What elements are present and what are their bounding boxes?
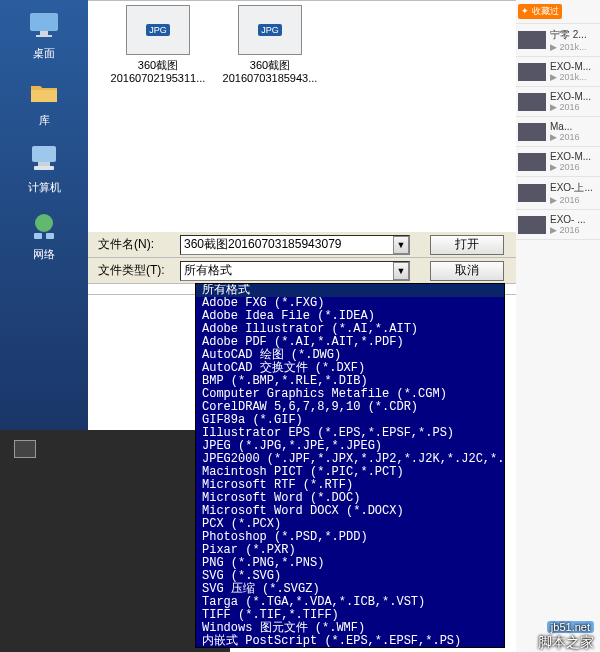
- cancel-button[interactable]: 取消: [430, 261, 504, 281]
- taskbar-app-icon[interactable]: [14, 440, 36, 458]
- svg-point-6: [35, 214, 53, 232]
- feed-item[interactable]: EXO-M...▶ 201k...: [516, 57, 600, 87]
- chevron-down-icon[interactable]: ▼: [393, 236, 409, 254]
- files-area: JPG 360截图 20160702195311... JPG 360截图 20…: [88, 1, 561, 93]
- place-computer[interactable]: 计算机: [0, 136, 88, 203]
- network-icon: [27, 209, 61, 243]
- places-sidebar: 桌面 库 计算机 网络: [0, 0, 88, 430]
- feed-thumb: [518, 31, 546, 49]
- place-library[interactable]: 库: [0, 69, 88, 136]
- feed-title: 宁零 2...: [550, 28, 587, 42]
- place-network[interactable]: 网络: [0, 203, 88, 270]
- feed-item[interactable]: ✦ 收藏过: [516, 0, 600, 24]
- feed-item[interactable]: EXO-M...▶ 2016: [516, 87, 600, 117]
- feed-title: EXO-上...: [550, 181, 593, 195]
- feed-thumb: [518, 63, 546, 81]
- filetype-select[interactable]: [180, 261, 410, 281]
- place-label: 计算机: [28, 180, 61, 195]
- watermark: jb51.net 脚本之家: [538, 619, 594, 650]
- feed-thumb: [518, 153, 546, 171]
- feed-meta: ▶ 2016: [550, 225, 586, 235]
- filename-input[interactable]: [180, 235, 410, 255]
- feed-item[interactable]: EXO-上...▶ 2016: [516, 177, 600, 210]
- place-label: 桌面: [33, 46, 55, 61]
- feed-meta: ▶ 201k...: [550, 72, 591, 82]
- feed-thumb: [518, 123, 546, 141]
- svg-rect-2: [36, 35, 52, 37]
- file-thumb-jpg: JPG: [238, 5, 302, 55]
- feed-item[interactable]: EXO- ...▶ 2016: [516, 210, 600, 240]
- side-feed: ✦ 收藏过宁零 2...▶ 201k...EXO-M...▶ 201k...EX…: [516, 0, 600, 652]
- feed-item[interactable]: Ma...▶ 2016: [516, 117, 600, 147]
- file-name-line1: 360截图: [220, 59, 320, 72]
- svg-rect-4: [38, 162, 50, 166]
- place-label: 库: [39, 113, 50, 128]
- feed-meta: ▶ 2016: [550, 195, 593, 205]
- feed-title: EXO-M...: [550, 151, 591, 162]
- feed-badge: ✦ 收藏过: [518, 4, 562, 19]
- feed-meta: ▶ 2016: [550, 132, 580, 142]
- feed-title: EXO-M...: [550, 61, 591, 72]
- svg-rect-1: [40, 31, 48, 35]
- watermark-text: 脚本之家: [538, 634, 594, 650]
- open-button[interactable]: 打开: [430, 235, 504, 255]
- filetype-row: 文件类型(T): ▼ 取消: [88, 258, 562, 284]
- feed-meta: ▶ 2016: [550, 162, 591, 172]
- feed-item[interactable]: 宁零 2...▶ 201k...: [516, 24, 600, 57]
- filename-label: 文件名(N):: [98, 236, 180, 253]
- place-desktop[interactable]: 桌面: [0, 2, 88, 69]
- computer-icon: [27, 142, 61, 176]
- svg-rect-0: [30, 13, 58, 31]
- file-item[interactable]: JPG 360截图 20160702195311...: [108, 5, 208, 85]
- jpg-badge: JPG: [146, 24, 170, 36]
- feed-thumb: [518, 184, 546, 202]
- file-thumb-jpg: JPG: [126, 5, 190, 55]
- svg-rect-7: [34, 233, 42, 239]
- file-name-line2: 20160702195311...: [108, 72, 208, 85]
- filetype-dropdown[interactable]: 所有格式Adobe FXG (*.FXG)Adobe Idea File (*.…: [195, 283, 505, 648]
- filetype-label: 文件类型(T):: [98, 262, 180, 279]
- svg-rect-5: [34, 166, 54, 170]
- feed-meta: ▶ 201k...: [550, 42, 587, 52]
- library-icon: [27, 75, 61, 109]
- place-label: 网络: [33, 247, 55, 262]
- svg-rect-8: [46, 233, 54, 239]
- file-name-line1: 360截图: [108, 59, 208, 72]
- watermark-url: jb51.net: [547, 621, 594, 633]
- feed-meta: ▶ 2016: [550, 102, 591, 112]
- feed-thumb: [518, 216, 546, 234]
- filename-row: 文件名(N): ▼ 打开: [88, 232, 562, 258]
- feed-title: EXO-M...: [550, 91, 591, 102]
- desktop-icon: [27, 8, 61, 42]
- jpg-badge: JPG: [258, 24, 282, 36]
- svg-rect-3: [32, 146, 56, 162]
- file-name-line2: 20160703185943...: [220, 72, 320, 85]
- feed-thumb: [518, 93, 546, 111]
- file-item[interactable]: JPG 360截图 20160703185943...: [220, 5, 320, 85]
- feed-title: EXO- ...: [550, 214, 586, 225]
- feed-title: Ma...: [550, 121, 580, 132]
- feed-item[interactable]: EXO-M...▶ 2016: [516, 147, 600, 177]
- chevron-down-icon[interactable]: ▼: [393, 262, 409, 280]
